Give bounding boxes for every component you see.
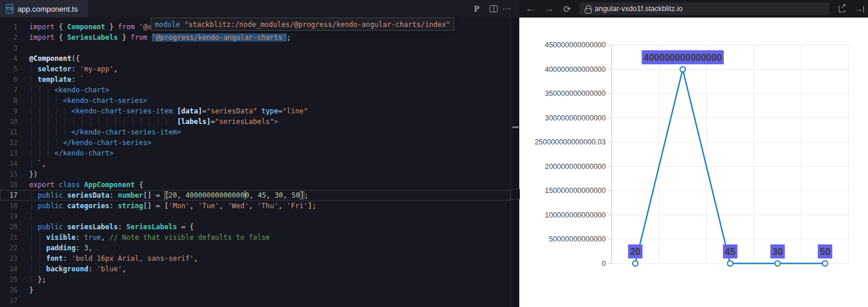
y-tick-label: 250000000000000.03 xyxy=(534,138,606,146)
series-label: 20 xyxy=(630,247,641,257)
y-tick-label: 300000000000000 xyxy=(545,114,606,122)
code-line[interactable]: 13│ │ │ </kendo-chart> xyxy=(0,148,511,158)
series-marker xyxy=(822,261,828,266)
line-number: 15 xyxy=(0,169,18,180)
code-line[interactable]: 16export class AppComponent { xyxy=(0,180,511,190)
line-number: 17 xyxy=(0,190,18,201)
y-tick-label: 100000000000000 xyxy=(545,211,606,219)
code-line[interactable]: 24│ │ background: 'blue', xyxy=(0,264,511,274)
code-line[interactable]: 15}) xyxy=(0,169,511,180)
line-number: 3 xyxy=(0,43,18,53)
line-number: 5 xyxy=(0,64,18,74)
code-line[interactable]: 23│ │ font: 'bold 16px Arial, sans-serif… xyxy=(0,253,511,264)
line-number: 18 xyxy=(0,201,18,211)
module-hover-tooltip: module "stackblitz:/node_modules/@progre… xyxy=(151,18,454,31)
line-number: 27 xyxy=(0,295,18,306)
code-line[interactable]: 8│ │ │ │ <kendo-chart-series> xyxy=(0,95,511,106)
series-marker xyxy=(680,67,685,72)
series-label: 30 xyxy=(772,247,783,257)
line-number: 8 xyxy=(0,95,18,106)
overview-ruler-mark xyxy=(512,126,519,128)
line-number: 25 xyxy=(0,274,18,285)
code-line[interactable]: 6│ template: ` xyxy=(0,74,511,85)
code-line[interactable]: 22│ │ padding: 3, xyxy=(0,243,511,253)
line-number: 22 xyxy=(0,243,18,253)
prettier-icon[interactable]: P xyxy=(470,0,484,18)
line-number: 10 xyxy=(0,116,18,127)
lock-icon xyxy=(585,5,591,12)
line-number: 24 xyxy=(0,264,18,274)
series-marker xyxy=(728,261,733,266)
y-tick-label: 350000000000000 xyxy=(545,89,606,98)
open-external-icon[interactable]: ↗ xyxy=(834,0,849,18)
line-number: 11 xyxy=(0,127,18,137)
code-line[interactable]: 27 xyxy=(0,295,511,306)
open-right-panel-icon[interactable]: → xyxy=(852,0,867,18)
code-line[interactable]: 10│ │ │ │ │ │ │ │ │ │ │ │ │ │ │ │ │ [lab… xyxy=(0,116,511,127)
code-line[interactable]: 7│ │ │ <kendo-chart> xyxy=(0,85,511,95)
line-number: 2 xyxy=(0,32,18,43)
line-number: 9 xyxy=(0,106,18,116)
split-editor-icon[interactable] xyxy=(487,0,501,18)
code-line[interactable]: 26} xyxy=(0,285,511,295)
line-number: 20 xyxy=(0,222,18,232)
line-number: 23 xyxy=(0,253,18,264)
code-line[interactable]: 3 xyxy=(0,43,511,53)
series-marker xyxy=(775,261,780,266)
y-tick-label: 50000000000000 xyxy=(549,235,606,243)
code-line[interactable]: 20│ public seriesLabels: SeriesLabels = … xyxy=(0,222,511,232)
kendo-line-chart: 4500000000000004000000000000003500000000… xyxy=(519,18,868,307)
arrow-to-bar-glyph: → xyxy=(855,4,863,13)
open-external-glyph: ↗ xyxy=(839,6,845,12)
forward-icon[interactable]: → xyxy=(541,0,557,18)
y-tick-label: 150000000000000 xyxy=(545,187,606,195)
line-number: 12 xyxy=(0,137,18,148)
code-line[interactable]: 4@Component({ xyxy=(0,53,511,64)
refresh-icon[interactable]: ⟳ xyxy=(559,0,575,18)
code-editor[interactable]: 1import { Component } from '@a2import { … xyxy=(0,18,511,307)
code-line[interactable]: 9│ │ │ │ │ <kendo-chart-series-item [dat… xyxy=(0,106,511,116)
line-number: 13 xyxy=(0,148,18,158)
tab-label: app.component.ts xyxy=(18,5,78,13)
line-number: 16 xyxy=(0,180,18,190)
code-line[interactable]: 11│ │ │ │ │ </kendo-chart-series-item> xyxy=(0,127,511,137)
back-icon[interactable]: ← xyxy=(522,0,539,18)
code-line[interactable]: 2import { SeriesLabels } from '@progress… xyxy=(0,32,511,43)
series-marker xyxy=(633,261,638,266)
top-bar: TS app.component.ts P ⋯ ← → ⟳ angular-vx… xyxy=(0,0,868,18)
stackblitz-window: { "topbar": { "tab": { "file_icon": "TS"… xyxy=(0,0,868,307)
y-tick-label: 200000000000000 xyxy=(545,163,606,171)
code-line[interactable]: 5│ selector: 'my-app', xyxy=(0,64,511,74)
y-tick-label: 400000000000000 xyxy=(545,65,606,74)
line-number: 4 xyxy=(0,53,18,64)
line-number: 21 xyxy=(0,232,18,243)
tab-app-component-ts[interactable]: TS app.component.ts xyxy=(0,0,88,18)
line-number: 14 xyxy=(0,158,18,169)
line-number: 19 xyxy=(0,211,18,222)
code-line[interactable]: 17│ public seriesData: number[] = [20, 4… xyxy=(0,190,511,201)
more-actions-icon[interactable]: ⋯ xyxy=(500,0,514,18)
code-line[interactable]: 21│ │ visible: true, // Note that visibl… xyxy=(0,232,511,243)
code-line[interactable]: 14│ `, xyxy=(0,158,511,169)
y-tick-label: 0 xyxy=(602,260,606,268)
series-label: 45 xyxy=(725,247,735,257)
split-editor-glyph xyxy=(489,5,498,12)
series-label: 50 xyxy=(820,247,831,257)
code-line[interactable]: 19│ xyxy=(0,211,511,222)
editor-scrollbar[interactable] xyxy=(511,18,519,307)
code-line[interactable]: 18│ public categories: string[] = ['Mon'… xyxy=(0,201,511,211)
line-number: 7 xyxy=(0,85,18,95)
preview-url: angular-vxdo1f.stackblitz.io xyxy=(595,5,683,13)
preview-pane: 4500000000000004000000000000003500000000… xyxy=(519,18,868,307)
preview-url-bar[interactable]: angular-vxdo1f.stackblitz.io xyxy=(579,2,829,15)
typescript-file-icon: TS xyxy=(6,4,13,13)
y-tick-label: 450000000000000 xyxy=(545,41,606,49)
overview-current-line-box xyxy=(511,189,520,199)
code-line[interactable]: 25│ }; xyxy=(0,274,511,285)
series-label: 400000000000000 xyxy=(644,53,722,63)
code-line[interactable]: 12│ │ │ │ </kendo-chart-series> xyxy=(0,137,511,148)
line-number: 26 xyxy=(0,285,18,295)
line-number: 1 xyxy=(0,22,18,32)
line-number: 6 xyxy=(0,74,18,85)
